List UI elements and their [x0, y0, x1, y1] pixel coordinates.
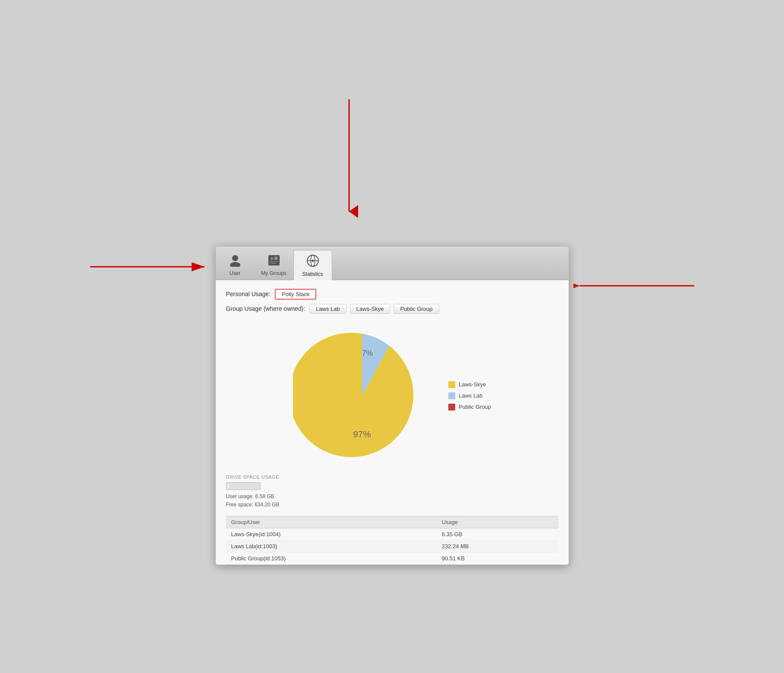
- col-usage: Usage: [437, 516, 558, 528]
- drive-space-title: DRIVE SPACE USAGE:: [226, 474, 558, 480]
- pie-chart: 7% 97%: [293, 327, 431, 465]
- tab-statistics-label: Statistics: [302, 271, 323, 277]
- user-usage-stat: User usage: 6.58 GB: [226, 493, 558, 501]
- group-button-public-group[interactable]: Public Group: [394, 304, 439, 314]
- table-row: Laws-Skye(id:1004) 6.35 GB: [226, 528, 558, 540]
- svg-point-6: [232, 255, 238, 261]
- table-row: Public Group(id:1053) 90.51 KB: [226, 553, 558, 565]
- row2-usage: 232.24 MB: [437, 540, 558, 553]
- table-body: Laws-Skye(id:1004) 6.35 GB Laws Lab(id:1…: [226, 528, 558, 565]
- table-header-row: Group/User Usage: [226, 516, 558, 528]
- free-space-stat: Free space: 634.20 GB: [226, 501, 558, 509]
- legend-label-public-group: Public Group: [459, 404, 491, 410]
- drive-space-section: DRIVE SPACE USAGE: 1% User usage: 6.58 G…: [226, 469, 558, 512]
- svg-point-7: [230, 262, 240, 267]
- tab-user[interactable]: User: [216, 250, 255, 280]
- svg-text:7%: 7%: [362, 349, 373, 357]
- group-button-laws-lab[interactable]: Laws Lab: [309, 304, 346, 314]
- personal-usage-label: Personal Usage:: [226, 291, 271, 297]
- tab-user-label: User: [230, 270, 240, 276]
- tab-statistics[interactable]: Statistics: [293, 250, 332, 280]
- legend-label-laws-skye: Laws-Skye: [459, 381, 486, 388]
- group-usage-label: Group Usage (where owned):: [226, 305, 305, 312]
- progress-label: 1%: [226, 483, 230, 489]
- group-buttons: Laws Lab Laws-Skye Public Group: [309, 304, 439, 314]
- group-usage-row: Group Usage (where owned): Laws Lab Laws…: [226, 304, 558, 314]
- tab-bar: User @ My Groups: [216, 246, 569, 280]
- app-window: User @ My Groups: [215, 246, 569, 565]
- table-row: Laws Lab(id:1003) 232.24 MB: [226, 540, 558, 553]
- legend-item-laws-skye: Laws-Skye: [448, 381, 491, 388]
- personal-usage-user-button[interactable]: Polly Stack: [275, 289, 316, 300]
- row1-group: Laws-Skye(id:1004): [226, 528, 437, 540]
- legend-label-laws-lab: Laws Lab: [459, 392, 483, 399]
- row1-usage: 6.35 GB: [437, 528, 558, 540]
- personal-usage-row: Personal Usage: Polly Stack: [226, 289, 558, 300]
- legend-color-laws-skye: [448, 381, 455, 388]
- tab-my-groups[interactable]: @ My Groups: [255, 250, 293, 280]
- svg-point-16: [312, 259, 314, 262]
- chart-legend: Laws-Skye Laws Lab Public Group: [448, 381, 491, 411]
- group-button-laws-skye[interactable]: Laws-Skye: [350, 304, 390, 314]
- progress-bar-container: 1%: [226, 482, 261, 490]
- chart-area: 7% 97% Laws-Skye Laws Lab: [226, 318, 558, 469]
- progress-bar-fill: 1%: [227, 483, 227, 490]
- tab-my-groups-label: My Groups: [261, 270, 287, 276]
- user-icon: [229, 254, 242, 269]
- svg-point-9: [271, 257, 273, 260]
- legend-item-public-group: Public Group: [448, 404, 491, 411]
- svg-text:97%: 97%: [353, 429, 371, 439]
- svg-text:@: @: [274, 256, 278, 260]
- content-area: Personal Usage: Polly Stack Group Usage …: [216, 280, 569, 565]
- usage-table: Group/User Usage Laws-Skye(id:1004) 6.35…: [226, 516, 558, 565]
- legend-item-laws-lab: Laws Lab: [448, 392, 491, 399]
- row3-group: Public Group(id:1053): [226, 553, 437, 565]
- drive-stats: User usage: 6.58 GB Free space: 634.20 G…: [226, 493, 558, 509]
- legend-color-laws-lab: [448, 392, 455, 399]
- my-groups-icon: @: [268, 254, 280, 269]
- row3-usage: 90.51 KB: [437, 553, 558, 565]
- col-group-user: Group/User: [226, 516, 437, 528]
- row2-group: Laws Lab(id:1003): [226, 540, 437, 553]
- legend-color-public-group: [448, 404, 455, 411]
- statistics-icon: [306, 254, 320, 269]
